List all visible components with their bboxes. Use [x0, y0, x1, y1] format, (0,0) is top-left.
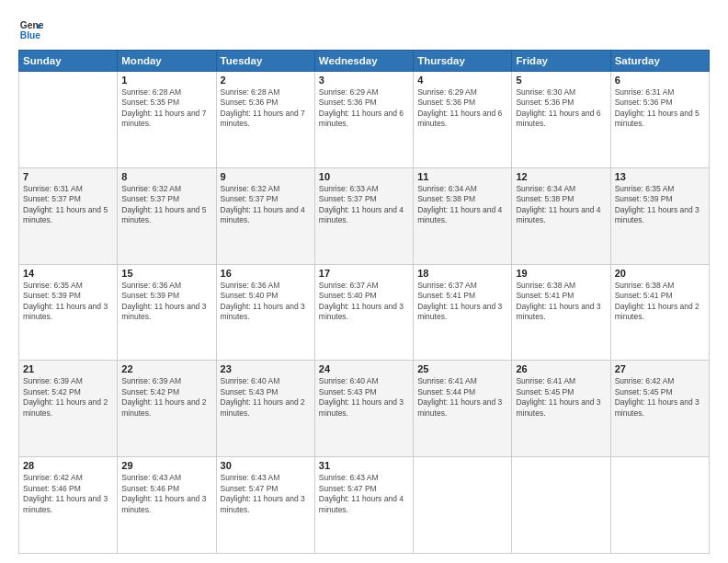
day-number: 15 — [121, 268, 211, 279]
cell-details: Sunrise: 6:29 AMSunset: 5:36 PMDaylight:… — [417, 87, 507, 130]
calendar-cell: 22Sunrise: 6:39 AMSunset: 5:42 PMDayligh… — [118, 361, 216, 457]
svg-text:General: General — [20, 20, 44, 30]
day-number: 31 — [319, 460, 409, 471]
weekday-header-tuesday: Tuesday — [216, 51, 314, 72]
day-number: 7 — [23, 171, 113, 182]
day-number: 5 — [516, 75, 606, 86]
calendar-cell: 11Sunrise: 6:34 AMSunset: 5:38 PMDayligh… — [414, 167, 512, 264]
calendar-cell: 15Sunrise: 6:36 AMSunset: 5:39 PMDayligh… — [118, 264, 216, 361]
cell-details: Sunrise: 6:34 AMSunset: 5:38 PMDaylight:… — [516, 184, 606, 226]
weekday-header-thursday: Thursday — [414, 51, 512, 72]
day-number: 17 — [319, 268, 409, 279]
day-number: 10 — [319, 171, 409, 182]
day-number: 22 — [121, 363, 211, 374]
week-row-3: 14Sunrise: 6:35 AMSunset: 5:39 PMDayligh… — [19, 264, 710, 361]
calendar-cell: 3Sunrise: 6:29 AMSunset: 5:36 PMDaylight… — [314, 72, 413, 168]
calendar-cell: 9Sunrise: 6:32 AMSunset: 5:37 PMDaylight… — [216, 167, 314, 264]
cell-details: Sunrise: 6:36 AMSunset: 5:40 PMDaylight:… — [221, 281, 311, 323]
calendar-cell: 24Sunrise: 6:40 AMSunset: 5:43 PMDayligh… — [314, 361, 413, 457]
calendar-cell: 1Sunrise: 6:28 AMSunset: 5:35 PMDaylight… — [118, 72, 216, 168]
cell-details: Sunrise: 6:37 AMSunset: 5:40 PMDaylight:… — [319, 281, 409, 323]
cell-details: Sunrise: 6:35 AMSunset: 5:39 PMDaylight:… — [23, 281, 113, 323]
cell-details: Sunrise: 6:43 AMSunset: 5:47 PMDaylight:… — [319, 473, 409, 515]
day-number: 3 — [319, 75, 409, 86]
calendar-cell: 21Sunrise: 6:39 AMSunset: 5:42 PMDayligh… — [19, 361, 118, 457]
cell-details: Sunrise: 6:37 AMSunset: 5:41 PMDaylight:… — [417, 281, 507, 323]
calendar-cell: 18Sunrise: 6:37 AMSunset: 5:41 PMDayligh… — [414, 264, 512, 361]
calendar-cell: 7Sunrise: 6:31 AMSunset: 5:37 PMDaylight… — [19, 167, 118, 264]
day-number: 2 — [221, 75, 311, 86]
cell-details: Sunrise: 6:39 AMSunset: 5:42 PMDaylight:… — [121, 376, 211, 419]
cell-details: Sunrise: 6:38 AMSunset: 5:41 PMDaylight:… — [516, 281, 606, 323]
calendar-cell: 26Sunrise: 6:41 AMSunset: 5:45 PMDayligh… — [512, 361, 610, 457]
calendar-cell: 2Sunrise: 6:28 AMSunset: 5:36 PMDaylight… — [216, 72, 314, 168]
day-number: 12 — [516, 171, 606, 182]
week-row-5: 28Sunrise: 6:42 AMSunset: 5:46 PMDayligh… — [19, 457, 710, 554]
calendar-cell: 16Sunrise: 6:36 AMSunset: 5:40 PMDayligh… — [216, 264, 314, 361]
cell-details: Sunrise: 6:41 AMSunset: 5:45 PMDaylight:… — [516, 376, 606, 419]
day-number: 23 — [221, 363, 311, 374]
cell-details: Sunrise: 6:42 AMSunset: 5:45 PMDaylight:… — [615, 376, 705, 419]
day-number: 21 — [23, 363, 113, 374]
weekday-header-wednesday: Wednesday — [314, 51, 413, 72]
day-number: 11 — [417, 171, 507, 182]
weekday-header-saturday: Saturday — [610, 51, 709, 72]
day-number: 30 — [221, 460, 311, 471]
cell-details: Sunrise: 6:28 AMSunset: 5:36 PMDaylight:… — [221, 87, 311, 130]
calendar-cell: 27Sunrise: 6:42 AMSunset: 5:45 PMDayligh… — [610, 361, 709, 457]
weekday-header-monday: Monday — [118, 51, 216, 72]
cell-details: Sunrise: 6:35 AMSunset: 5:39 PMDaylight:… — [615, 184, 705, 226]
calendar-cell — [512, 457, 610, 554]
day-number: 1 — [121, 75, 211, 86]
cell-details: Sunrise: 6:42 AMSunset: 5:46 PMDaylight:… — [23, 473, 113, 515]
cell-details: Sunrise: 6:39 AMSunset: 5:42 PMDaylight:… — [23, 376, 113, 419]
day-number: 18 — [417, 268, 507, 279]
cell-details: Sunrise: 6:40 AMSunset: 5:43 PMDaylight:… — [319, 376, 409, 419]
calendar-page: General Blue SundayMondayTuesdayWednesda… — [0, 0, 728, 563]
cell-details: Sunrise: 6:32 AMSunset: 5:37 PMDaylight:… — [121, 184, 211, 226]
cell-details: Sunrise: 6:31 AMSunset: 5:37 PMDaylight:… — [23, 184, 113, 226]
day-number: 29 — [121, 460, 211, 471]
calendar-cell: 19Sunrise: 6:38 AMSunset: 5:41 PMDayligh… — [512, 264, 610, 361]
day-number: 9 — [221, 171, 311, 182]
calendar-cell: 28Sunrise: 6:42 AMSunset: 5:46 PMDayligh… — [19, 457, 118, 554]
calendar-table: SundayMondayTuesdayWednesdayThursdayFrid… — [18, 50, 710, 554]
calendar-cell: 4Sunrise: 6:29 AMSunset: 5:36 PMDaylight… — [414, 72, 512, 168]
calendar-cell: 14Sunrise: 6:35 AMSunset: 5:39 PMDayligh… — [19, 264, 118, 361]
cell-details: Sunrise: 6:34 AMSunset: 5:38 PMDaylight:… — [417, 184, 507, 226]
cell-details: Sunrise: 6:33 AMSunset: 5:37 PMDaylight:… — [319, 184, 409, 226]
calendar-cell — [610, 457, 709, 554]
cell-details: Sunrise: 6:38 AMSunset: 5:41 PMDaylight:… — [615, 281, 705, 323]
calendar-cell: 17Sunrise: 6:37 AMSunset: 5:40 PMDayligh… — [314, 264, 413, 361]
calendar-cell: 30Sunrise: 6:43 AMSunset: 5:47 PMDayligh… — [216, 457, 314, 554]
day-number: 26 — [516, 363, 606, 374]
day-number: 20 — [615, 268, 705, 279]
weekday-header-friday: Friday — [512, 51, 610, 72]
cell-details: Sunrise: 6:31 AMSunset: 5:36 PMDaylight:… — [615, 87, 705, 130]
cell-details: Sunrise: 6:43 AMSunset: 5:46 PMDaylight:… — [121, 473, 211, 515]
day-number: 13 — [615, 171, 705, 182]
calendar-cell: 29Sunrise: 6:43 AMSunset: 5:46 PMDayligh… — [118, 457, 216, 554]
calendar-cell — [19, 72, 118, 168]
day-number: 19 — [516, 268, 606, 279]
cell-details: Sunrise: 6:28 AMSunset: 5:35 PMDaylight:… — [121, 87, 211, 130]
day-number: 14 — [23, 268, 113, 279]
cell-details: Sunrise: 6:32 AMSunset: 5:37 PMDaylight:… — [221, 184, 311, 226]
header: General Blue — [18, 17, 710, 42]
calendar-cell — [414, 457, 512, 554]
cell-details: Sunrise: 6:41 AMSunset: 5:44 PMDaylight:… — [417, 376, 507, 419]
week-row-4: 21Sunrise: 6:39 AMSunset: 5:42 PMDayligh… — [19, 361, 710, 457]
cell-details: Sunrise: 6:36 AMSunset: 5:39 PMDaylight:… — [121, 281, 211, 323]
calendar-cell: 23Sunrise: 6:40 AMSunset: 5:43 PMDayligh… — [216, 361, 314, 457]
day-number: 16 — [221, 268, 311, 279]
week-row-2: 7Sunrise: 6:31 AMSunset: 5:37 PMDaylight… — [19, 167, 710, 264]
calendar-cell: 13Sunrise: 6:35 AMSunset: 5:39 PMDayligh… — [610, 167, 709, 264]
calendar-cell: 5Sunrise: 6:30 AMSunset: 5:36 PMDaylight… — [512, 72, 610, 168]
calendar-cell: 31Sunrise: 6:43 AMSunset: 5:47 PMDayligh… — [314, 457, 413, 554]
calendar-cell: 25Sunrise: 6:41 AMSunset: 5:44 PMDayligh… — [414, 361, 512, 457]
logo-icon: General Blue — [18, 17, 44, 42]
day-number: 24 — [319, 363, 409, 374]
calendar-cell: 10Sunrise: 6:33 AMSunset: 5:37 PMDayligh… — [314, 167, 413, 264]
day-number: 4 — [417, 75, 507, 86]
cell-details: Sunrise: 6:29 AMSunset: 5:36 PMDaylight:… — [319, 87, 409, 130]
